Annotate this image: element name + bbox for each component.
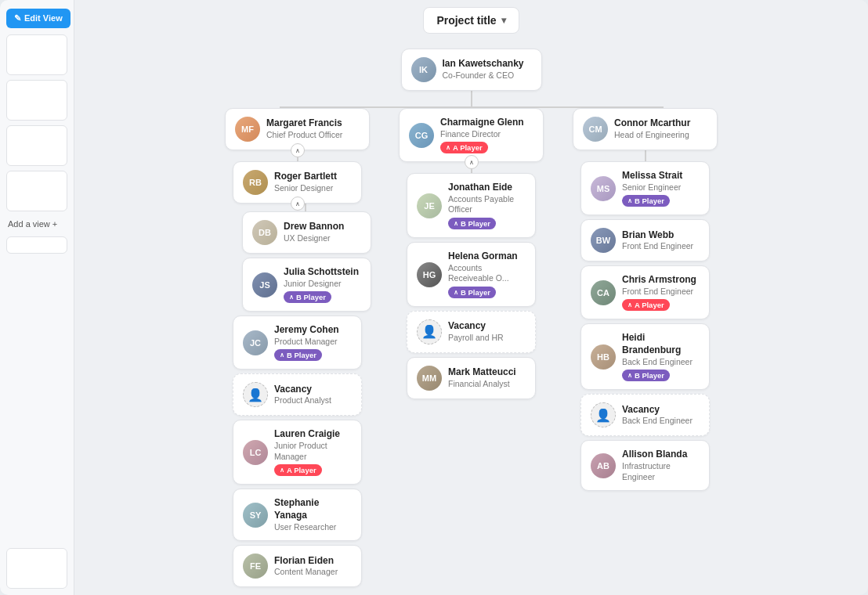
node-title-roger: Senior Designer <box>274 183 337 194</box>
badge-julia: ∧ B Player <box>284 291 331 303</box>
node-title-stephanie: User Researcher <box>274 522 352 533</box>
node-name-vacancy-be: Vacancy <box>622 404 693 416</box>
header: Project title ▾ <box>74 0 868 41</box>
node-name-allison: Allison Blanda <box>622 449 700 461</box>
node-stephanie[interactable]: SY Stephanie Yanaga User Researcher <box>233 489 362 541</box>
node-drew[interactable]: DB Drew Bannon UX Designer <box>242 211 371 254</box>
node-title-lauren: Junior Product Manager <box>274 441 352 462</box>
node-name-melissa: Melissa Strait <box>622 170 682 182</box>
avatar-stephanie: SY <box>243 503 268 528</box>
avatar-charmaigne: CG <box>409 123 434 148</box>
node-florian[interactable]: FE Florian Eiden Content Manager <box>233 545 362 587</box>
node-heidi[interactable]: HB Heidi Brandenburg Back End Engineer ∧… <box>580 323 710 390</box>
node-title-heidi: Back End Engineer <box>622 357 700 368</box>
node-title-vacancy-pa: Product Analyst <box>274 395 331 406</box>
avatar-jeremy: JC <box>243 330 268 355</box>
node-margaret[interactable]: MF Margaret Francis Chief Product Office… <box>225 108 370 150</box>
node-info-drew: Drew Bannon UX Designer <box>284 221 344 243</box>
node-info-vacancy-be: Vacancy Back End Engineer <box>622 404 693 427</box>
branch-margaret: MF Margaret Francis Chief Product Office… <box>219 108 376 587</box>
sidebar-nav-1 <box>6 34 67 75</box>
node-name-florian: Florian Eiden <box>274 555 338 568</box>
node-title-florian: Content Manager <box>274 567 338 578</box>
org-chart: IK Ian Kawetschanky Co-Founder & CEO <box>90 49 852 587</box>
node-name-mark: Mark Matteucci <box>448 366 516 379</box>
node-vacancy-hr[interactable]: 👤 Vacancy Payroll and HR <box>407 311 536 353</box>
sidebar-footer-item <box>6 548 67 589</box>
node-info-brian: Brian Webb Front End Engineer <box>622 229 693 252</box>
sidebar-nav-4 <box>6 171 67 211</box>
node-lauren[interactable]: LC Lauren Craigie Junior Product Manager… <box>233 420 362 485</box>
node-info-ian: Ian Kawetschanky Co-Founder & CEO <box>443 58 524 81</box>
edit-view-label: Edit View <box>24 13 63 23</box>
node-name-drew: Drew Bannon <box>284 221 344 233</box>
avatar-vacancy-pa: 👤 <box>243 382 268 407</box>
node-mark[interactable]: MM Mark Matteucci Financial Analyst <box>407 357 536 399</box>
node-chris[interactable]: CA Chris Armstrong Front End Engineer ∧ … <box>580 265 710 319</box>
node-ian[interactable]: IK Ian Kawetschanky Co-Founder & CEO <box>401 49 542 91</box>
node-julia[interactable]: JS Julia Schottstein Junior Designer ∧ B… <box>242 258 371 312</box>
badge-chris: ∧ A Player <box>622 299 670 311</box>
node-jonathan[interactable]: JE Jonathan Eide Accounts Payable Office… <box>407 173 536 238</box>
node-info-jonathan: Jonathan Eide Accounts Payable Officer ∧… <box>448 182 526 229</box>
badge-jeremy: ∧ B Player <box>274 349 322 361</box>
node-title-margaret: Chief Product Officer <box>266 130 342 141</box>
branch-connor: CM Connor Mcarthur Head of Engineering M… <box>567 108 724 491</box>
node-title-ian: Co-Founder & CEO <box>443 70 524 81</box>
node-title-jonathan: Accounts Payable Officer <box>448 194 526 215</box>
node-connor[interactable]: CM Connor Mcarthur Head of Engineering <box>573 108 718 150</box>
avatar-chris: CA <box>591 280 616 305</box>
node-info-vacancy-pa: Vacancy Product Analyst <box>274 384 331 406</box>
node-name-jeremy: Jeremy Cohen <box>274 324 339 337</box>
node-name-brian: Brian Webb <box>622 229 693 242</box>
avatar-drew: DB <box>252 220 277 245</box>
avatar-heidi: HB <box>591 344 616 370</box>
project-title-button[interactable]: Project title ▾ <box>423 7 519 34</box>
avatar-julia: JS <box>252 272 277 298</box>
node-helena[interactable]: HG Helena Gorman Accounts Receiveable O.… <box>407 242 536 307</box>
collapse-margaret[interactable]: ∧ <box>291 143 305 157</box>
node-melissa[interactable]: MS Melissa Strait Senior Engineer ∧ B Pl… <box>580 161 710 215</box>
edit-icon: ✎ <box>14 13 21 23</box>
node-info-heidi: Heidi Brandenburg Back End Engineer ∧ B … <box>622 332 700 381</box>
node-name-vacancy-hr: Vacancy <box>448 320 504 333</box>
sidebar-nav-3 <box>6 125 67 166</box>
node-title-jeremy: Product Manager <box>274 337 339 348</box>
node-info-charmaigne: Charmaigne Glenn Finance Director ∧ A Pl… <box>440 117 524 153</box>
node-title-charmaigne: Finance Director <box>440 129 524 140</box>
collapse-roger[interactable]: ∧ <box>291 197 305 211</box>
node-info-roger: Roger Bartlett Senior Designer <box>274 171 337 193</box>
node-jeremy[interactable]: JC Jeremy Cohen Product Manager ∧ B Play… <box>233 316 362 370</box>
collapse-charmaigne[interactable]: ∧ <box>465 155 479 169</box>
node-vacancy-pa[interactable]: 👤 Vacancy Product Analyst <box>233 373 362 416</box>
vline-connor <box>645 150 646 161</box>
node-vacancy-be[interactable]: 👤 Vacancy Back End Engineer <box>580 394 710 436</box>
node-info-stephanie: Stephanie Yanaga User Researcher <box>274 497 352 532</box>
node-info-mark: Mark Matteucci Financial Analyst <box>448 366 516 389</box>
node-title-julia: Junior Designer <box>284 279 359 290</box>
badge-heidi: ∧ B Player <box>622 370 670 381</box>
add-view-button[interactable]: Add a view + <box>6 216 67 232</box>
node-roger[interactable]: RB Roger Bartlett Senior Designer ∧ <box>233 161 362 204</box>
avatar-melissa: MS <box>591 176 616 201</box>
node-allison[interactable]: AB Allison Blanda Infrastructure Enginee… <box>580 440 710 491</box>
avatar-vacancy-hr: 👤 <box>417 319 442 344</box>
org-chart-area[interactable]: IK Ian Kawetschanky Co-Founder & CEO <box>74 41 868 595</box>
node-info-allison: Allison Blanda Infrastructure Engineer <box>622 449 700 482</box>
node-info-chris: Chris Armstrong Front End Engineer ∧ A P… <box>622 274 696 311</box>
badge-lauren: ∧ A Player <box>274 464 322 476</box>
node-brian[interactable]: BW Brian Webb Front End Engineer <box>580 219 710 261</box>
node-name-margaret: Margaret Francis <box>266 117 342 130</box>
node-name-lauren: Lauren Craigie <box>274 428 352 441</box>
branch-charmaigne: CG Charmaigne Glenn Finance Director ∧ A… <box>393 108 550 399</box>
node-name-charmaigne: Charmaigne Glenn <box>440 117 524 129</box>
avatar-margaret: MF <box>235 117 260 142</box>
badge-jonathan: ∧ B Player <box>448 218 496 229</box>
badge-helena: ∧ B Player <box>448 287 496 298</box>
node-charmaigne[interactable]: CG Charmaigne Glenn Finance Director ∧ A… <box>399 108 544 162</box>
badge-charmaigne: ∧ A Player <box>440 142 488 153</box>
node-name-heidi: Heidi Brandenburg <box>622 332 700 356</box>
sidebar: ✎ Edit View ⊡ Add a view + <box>0 0 74 595</box>
edit-view-button[interactable]: ✎ Edit View <box>6 9 71 28</box>
node-name-chris: Chris Armstrong <box>622 274 696 287</box>
